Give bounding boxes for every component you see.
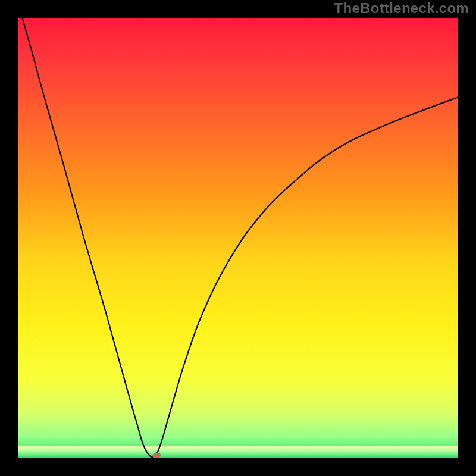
bottleneck-chart bbox=[18, 18, 458, 458]
green-band bbox=[18, 446, 458, 458]
chart-frame: TheBottleneck.com bbox=[0, 0, 476, 476]
watermark-text: TheBottleneck.com bbox=[334, 0, 469, 17]
